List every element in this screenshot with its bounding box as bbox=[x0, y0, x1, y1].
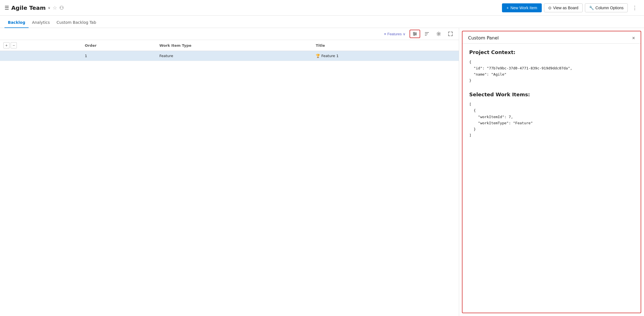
table-toolbar: ≡ Features ∨ bbox=[0, 28, 459, 40]
svg-point-9 bbox=[438, 33, 440, 35]
project-context-heading: Project Context: bbox=[469, 49, 634, 55]
table-header-row: + − Order Work Item Type Title bbox=[0, 40, 459, 51]
content-area: ≡ Features ∨ bbox=[0, 28, 644, 316]
svg-point-4 bbox=[415, 33, 416, 34]
row-title: 🏆 Feature 1 bbox=[312, 51, 432, 61]
team-title: Agile Team bbox=[11, 4, 46, 11]
header-left: ☰ Agile Team ∨ ☆ ⚇ bbox=[4, 4, 64, 11]
row-work-item-type: Feature bbox=[156, 51, 312, 61]
panel-close-button[interactable]: × bbox=[632, 36, 635, 41]
view-as-board-button[interactable]: ⊙ View as Board bbox=[544, 3, 583, 12]
svg-point-3 bbox=[413, 32, 415, 33]
panel-header: Custom Panel × bbox=[462, 31, 641, 44]
view-as-board-label: View as Board bbox=[553, 6, 578, 10]
sort-icon-button[interactable] bbox=[422, 30, 432, 38]
wrench-icon: 🔧 bbox=[589, 6, 594, 10]
new-work-item-label: New Work Item bbox=[510, 6, 537, 10]
tab-backlog[interactable]: Backlog bbox=[4, 17, 29, 28]
star-icon[interactable]: ☆ bbox=[53, 5, 57, 11]
backlog-table-container: + − Order Work Item Type Title 1 bbox=[0, 40, 459, 316]
tabs-bar: Backlog Analytics Custom Backlog Tab bbox=[0, 16, 644, 28]
team-members-icon[interactable]: ⚇ bbox=[59, 5, 64, 11]
list-icon: ≡ bbox=[384, 32, 386, 36]
tab-analytics[interactable]: Analytics bbox=[29, 17, 53, 28]
hamburger-icon[interactable]: ☰ bbox=[4, 5, 9, 11]
col-work-item-type-header: Work Item Type bbox=[156, 40, 312, 51]
panel-body: Project Context: { "id": "77b7e9bc-37d0-… bbox=[462, 44, 641, 313]
more-options-button[interactable]: ⋮ bbox=[630, 4, 640, 12]
tab-custom-backlog[interactable]: Custom Backlog Tab bbox=[53, 17, 100, 28]
header-right: + New Work Item ⊙ View as Board 🔧 Column… bbox=[502, 3, 640, 12]
column-options-button[interactable]: 🔧 Column Options bbox=[585, 3, 628, 12]
trophy-icon: 🏆 bbox=[316, 54, 320, 58]
row-expand-cell bbox=[0, 51, 82, 61]
board-icon: ⊙ bbox=[548, 6, 552, 10]
filter-icon-button[interactable] bbox=[410, 30, 420, 38]
features-filter-button[interactable]: ≡ Features ∨ bbox=[382, 31, 408, 37]
selected-work-items-heading: Selected Work Items: bbox=[469, 92, 634, 97]
panel-title: Custom Panel bbox=[468, 35, 499, 41]
plus-icon: + bbox=[506, 6, 509, 10]
column-options-label: Column Options bbox=[596, 6, 624, 10]
expand-icon-button[interactable] bbox=[445, 30, 455, 38]
features-chevron-icon: ∨ bbox=[403, 32, 406, 36]
col-order-header: Order bbox=[82, 40, 156, 51]
remove-row-button[interactable]: − bbox=[11, 42, 17, 48]
row-order: 1 bbox=[82, 51, 156, 61]
features-label: Features bbox=[387, 32, 402, 36]
backlog-area: ≡ Features ∨ bbox=[0, 28, 459, 316]
table-row[interactable]: 1 Feature 🏆 Feature 1 bbox=[0, 51, 459, 61]
selected-work-items-json: [ { "workItemId": 7, "workItemType": "Fe… bbox=[469, 101, 634, 139]
settings-icon-button[interactable] bbox=[434, 30, 444, 38]
header: ☰ Agile Team ∨ ☆ ⚇ + New Work Item ⊙ Vie… bbox=[0, 0, 644, 16]
custom-panel: Custom Panel × Project Context: { "id": … bbox=[462, 31, 641, 313]
col-extra bbox=[432, 40, 459, 51]
svg-point-5 bbox=[414, 34, 415, 36]
new-work-item-button[interactable]: + New Work Item bbox=[502, 3, 542, 12]
backlog-table: + − Order Work Item Type Title 1 bbox=[0, 40, 459, 61]
chevron-down-icon[interactable]: ∨ bbox=[48, 6, 50, 10]
project-context-json: { "id": "77b7e9bc-37d0-4771-839c-919d9dd… bbox=[469, 59, 634, 84]
row-title-text: Feature 1 bbox=[321, 54, 339, 58]
col-add-remove: + − bbox=[0, 40, 82, 51]
row-extra-cell bbox=[432, 51, 459, 61]
add-row-button[interactable]: + bbox=[3, 42, 10, 48]
col-title-header: Title bbox=[312, 40, 432, 51]
